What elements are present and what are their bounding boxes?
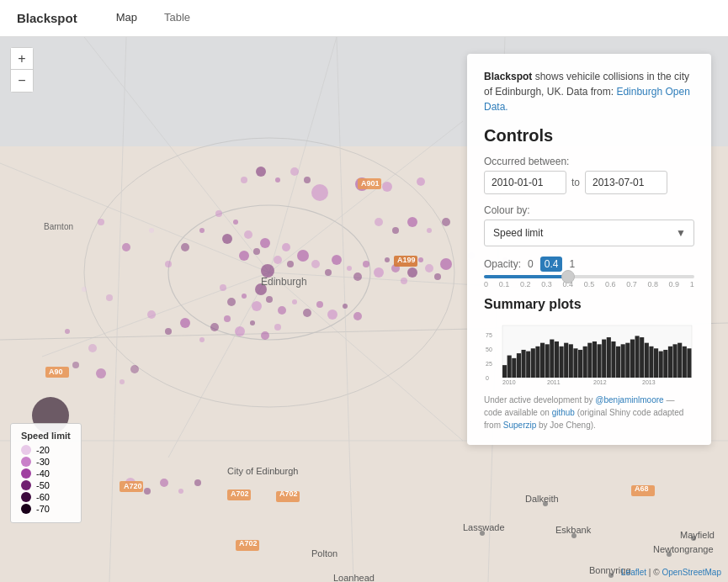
svg-text:A702: A702 [279, 489, 298, 498]
svg-text:Polton: Polton [311, 548, 337, 558]
date-to-input[interactable] [585, 171, 667, 194]
colour-by-select[interactable]: Speed limit [484, 220, 694, 246]
svg-point-101 [144, 488, 151, 495]
svg-text:Lasswade: Lasswade [463, 522, 505, 532]
svg-rect-182 [678, 343, 682, 378]
svg-point-104 [194, 479, 201, 486]
opacity-row: Opacity: 0 0.4 1 [484, 257, 694, 272]
attribution-separator: | © [649, 568, 662, 577]
legend-color-50 [21, 480, 31, 490]
svg-point-93 [278, 306, 286, 315]
svg-rect-183 [683, 347, 687, 378]
svg-text:A199: A199 [397, 256, 416, 264]
svg-rect-170 [621, 344, 625, 378]
svg-point-77 [82, 287, 87, 292]
svg-point-53 [418, 257, 423, 262]
svg-point-51 [401, 278, 407, 284]
svg-point-31 [181, 243, 189, 251]
tab-map[interactable]: Map [103, 0, 151, 36]
legend-item-20: -20 [21, 445, 71, 455]
svg-rect-151 [531, 348, 535, 378]
svg-point-26 [417, 177, 425, 186]
legend-item-40: -40 [21, 468, 71, 479]
svg-text:A702: A702 [231, 489, 249, 498]
leaflet-link[interactable]: Leaflet [621, 568, 646, 577]
legend-label-60: -60 [36, 492, 50, 502]
svg-point-44 [332, 255, 342, 265]
footer-text: Under active development by @benjaminlmo… [484, 394, 694, 431]
svg-point-61 [210, 323, 219, 331]
osm-link[interactable]: OpenStreetMap [662, 568, 721, 577]
svg-rect-166 [602, 340, 606, 378]
opacity-slider-thumb[interactable] [561, 270, 575, 283]
svg-text:Loanhead: Loanhead [333, 573, 375, 582]
svg-point-103 [178, 489, 183, 494]
svg-point-99 [353, 312, 362, 320]
svg-text:Mayfield: Mayfield [680, 530, 715, 540]
opacity-slider-track [484, 275, 694, 278]
opacity-slider-container[interactable]: 0 0.1 0.2 0.3 0.4 0.5 0.6 0.7 0.8 0.9 1 [484, 275, 694, 288]
svg-point-96 [316, 301, 323, 308]
svg-point-46 [353, 272, 362, 281]
legend-item-60: -60 [21, 492, 71, 502]
svg-rect-181 [673, 344, 678, 378]
svg-point-35 [233, 220, 238, 225]
legend-label-70: -70 [36, 504, 50, 514]
svg-point-45 [347, 266, 352, 271]
svg-point-65 [261, 331, 269, 340]
tab-table[interactable]: Table [151, 0, 204, 36]
opacity-min: 0 [528, 258, 534, 270]
svg-point-63 [235, 326, 245, 336]
svg-point-57 [147, 310, 156, 319]
svg-point-88 [220, 284, 226, 291]
zoom-controls: + − [10, 47, 34, 93]
legend-color-70 [21, 504, 31, 514]
svg-point-47 [363, 261, 369, 267]
map-container[interactable]: Lasswade Dalkeith Eskbank Bonnyrigg Newt… [0, 37, 728, 582]
svg-rect-179 [663, 350, 667, 378]
zoom-in-button[interactable]: + [11, 48, 33, 70]
svg-text:City of Edinburgh: City of Edinburgh [227, 466, 298, 476]
svg-point-66 [274, 324, 281, 331]
svg-point-94 [292, 299, 297, 304]
superzip-link[interactable]: Superzip [503, 421, 536, 430]
svg-point-28 [122, 243, 130, 251]
opacity-label: Opacity: [484, 258, 521, 270]
svg-rect-149 [522, 350, 526, 378]
svg-text:A68: A68 [635, 484, 649, 493]
svg-point-78 [106, 294, 113, 301]
slider-ticks: 0 0.1 0.2 0.3 0.4 0.5 0.6 0.7 0.8 0.9 1 [484, 280, 694, 288]
svg-text:2012: 2012 [593, 379, 607, 384]
colour-select-wrapper: Speed limit ▼ [484, 220, 694, 246]
github-link[interactable]: github [552, 408, 575, 417]
svg-point-76 [442, 218, 450, 226]
svg-rect-161 [578, 350, 582, 378]
svg-rect-169 [616, 347, 620, 378]
opacity-value: 0.4 [540, 257, 563, 272]
author-link[interactable]: @benjaminlmoore [595, 395, 663, 405]
panel-intro: Blackspot shows vehicile collisions in t… [484, 69, 694, 114]
svg-point-68 [256, 167, 266, 177]
svg-rect-177 [654, 348, 658, 378]
svg-rect-157 [560, 347, 564, 378]
svg-point-75 [427, 228, 432, 233]
svg-point-29 [149, 228, 154, 233]
svg-rect-154 [545, 344, 550, 378]
svg-point-70 [290, 167, 299, 176]
svg-point-25 [382, 182, 392, 192]
svg-point-40 [287, 261, 294, 267]
svg-point-54 [425, 264, 433, 272]
svg-rect-155 [550, 340, 554, 378]
svg-point-80 [88, 344, 97, 352]
svg-rect-148 [517, 353, 521, 378]
svg-rect-153 [540, 343, 545, 378]
svg-point-55 [434, 273, 441, 280]
svg-point-71 [304, 177, 311, 183]
svg-rect-159 [569, 344, 573, 378]
svg-point-49 [385, 257, 390, 262]
date-from-input[interactable] [484, 171, 566, 194]
opacity-max: 1 [569, 258, 575, 270]
svg-rect-160 [573, 348, 577, 378]
zoom-out-button[interactable]: − [11, 70, 33, 92]
svg-text:Dalkeith: Dalkeith [525, 494, 559, 504]
